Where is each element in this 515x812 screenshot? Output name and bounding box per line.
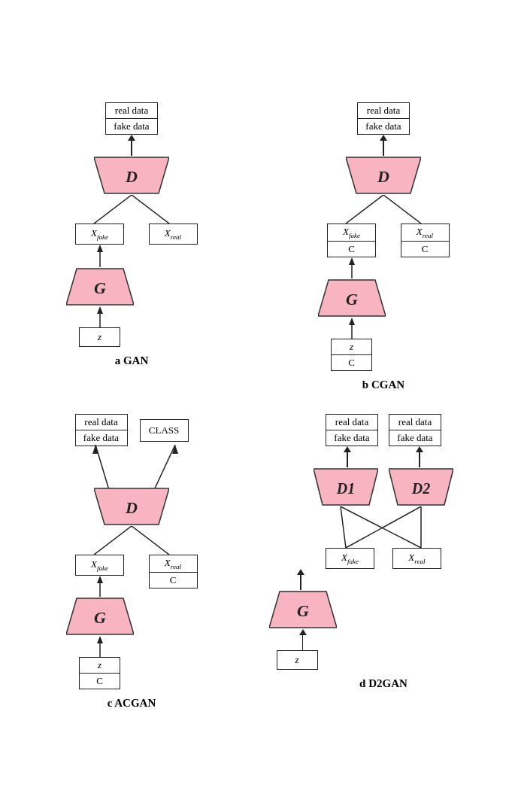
acgan-output-box: real data fake data xyxy=(75,414,128,446)
gan-z-box: z xyxy=(79,327,120,347)
acgan-xreal-c-label: C xyxy=(150,573,197,588)
acgan-xfake-label: Xfake xyxy=(91,558,108,570)
d2gan-z-arrow xyxy=(269,629,337,650)
svg-text:G: G xyxy=(94,278,106,297)
arrow-line xyxy=(302,635,304,650)
gan-branch-section: Xfake G xyxy=(10,195,254,347)
svg-text:D: D xyxy=(125,498,138,517)
cgan-g-trap: G xyxy=(318,278,386,318)
cgan-arrow-d-to-output xyxy=(380,135,387,156)
diagram-acgan: real data fake data CLASS D xyxy=(10,414,254,710)
acgan-label: c ACGAN xyxy=(108,697,156,710)
gan-xfake-label: Xfake xyxy=(91,227,108,239)
svg-text:G: G xyxy=(346,290,358,309)
d2gan-top-arrows xyxy=(317,446,450,467)
cgan-xreal-box: Xreal C xyxy=(401,224,450,257)
svg-marker-10 xyxy=(97,306,103,314)
acgan-fake-data: fake data xyxy=(76,430,127,446)
svg-marker-34 xyxy=(97,636,103,643)
svg-text:D: D xyxy=(377,167,389,186)
gan-xfake-sub: fake xyxy=(97,233,108,241)
acgan-xfake-col: Xfake G z C xyxy=(66,555,134,689)
acgan-zc-box: z C xyxy=(79,657,120,689)
acgan-g-trap: G xyxy=(66,597,134,636)
d2gan-xreal-label: Xreal xyxy=(408,552,425,563)
gan-xreal-box: Xreal xyxy=(149,224,198,245)
d2gan-z-box: z xyxy=(277,650,318,670)
d2gan-real-data1: real data xyxy=(326,415,377,430)
acgan-top-row: real data fake data CLASS xyxy=(75,414,189,446)
d2gan-arrow1-wrap xyxy=(317,446,378,467)
d2gan-arrow-d2-up xyxy=(416,446,423,467)
gan-input-boxes-row: Xfake G xyxy=(66,224,198,347)
acgan-class-box: CLASS xyxy=(140,419,189,442)
gan-xreal-sub: real xyxy=(171,233,181,241)
acgan-xreal-label: Xreal xyxy=(150,555,197,573)
cgan-z-label: z xyxy=(332,339,371,355)
svg-line-27 xyxy=(94,526,132,555)
arrow-line xyxy=(419,452,420,467)
acgan-d-to-outputs-svg xyxy=(41,445,222,490)
cgan-xreal-col: Xreal C xyxy=(401,224,450,371)
d2gan-cross-svg xyxy=(308,506,459,548)
cgan-xfake-arrow xyxy=(347,257,357,278)
d2gan-d2-trap: D2 xyxy=(389,467,453,506)
d2gan-real-data2: real data xyxy=(389,415,441,430)
cgan-xfake-col: Xfake C G z C xyxy=(318,224,386,371)
gan-xfake-col: Xfake G xyxy=(66,224,134,347)
d2gan-fake-data1: fake data xyxy=(326,430,377,446)
d2gan-g-trap: G xyxy=(269,590,337,629)
cgan-xfake-label: Xfake xyxy=(328,224,375,242)
d2gan-xreal-box: Xreal xyxy=(392,548,441,569)
arrowhead xyxy=(128,135,135,141)
cgan-xfake-c-label: C xyxy=(328,242,375,257)
cgan-xreal-c-label: C xyxy=(401,242,449,257)
cgan-label: b CGAN xyxy=(362,379,404,391)
acgan-branch-svg xyxy=(71,526,192,555)
d2gan-input-row: Xfake Xreal xyxy=(326,548,441,569)
main-container: real data fake data D xyxy=(2,87,513,724)
gan-g-trap: G xyxy=(66,267,134,306)
d2gan-z-box-wrap: z xyxy=(262,650,506,670)
gan-d-wrapper: D xyxy=(94,156,169,195)
gan-arrow-d-to-output xyxy=(128,135,135,156)
svg-text:G: G xyxy=(297,601,309,620)
d2gan-g-arrow-wrap xyxy=(262,569,506,590)
arrow-line xyxy=(383,141,384,156)
d2gan-top-row: real data fake data real data fake data xyxy=(326,414,441,446)
cgan-branch-svg xyxy=(323,195,444,224)
svg-line-2 xyxy=(94,195,132,224)
acgan-d-trap: D xyxy=(94,487,169,526)
d2gan-arrow-d1-up xyxy=(344,446,351,467)
arrow-line xyxy=(300,575,301,590)
d2gan-d1-trap: D1 xyxy=(314,467,378,506)
arrow-line xyxy=(347,452,348,467)
cgan-g-arrow xyxy=(347,318,357,339)
d2gan-z-label: z xyxy=(295,654,298,665)
cgan-xfake-box: Xfake C xyxy=(327,224,376,257)
arrowhead xyxy=(299,629,307,635)
arrowhead xyxy=(344,446,351,452)
gan-xreal-label: Xreal xyxy=(165,227,181,239)
d2gan-d-row: D1 D2 xyxy=(314,467,453,506)
gan-xreal-col: Xreal xyxy=(149,224,198,347)
svg-line-14 xyxy=(383,195,421,224)
d2gan-label: d D2GAN xyxy=(359,677,407,690)
d2gan-fake-data2: fake data xyxy=(389,430,441,446)
acgan-real-data: real data xyxy=(76,415,127,430)
acgan-class-label: CLASS xyxy=(149,424,179,436)
cgan-xfake-sub: fake xyxy=(349,232,360,239)
arrowhead xyxy=(380,135,387,141)
d2gan-xfake-box: Xfake xyxy=(326,548,374,569)
acgan-xreal-col: Xreal C xyxy=(149,555,198,689)
cgan-output-box: real data fake data xyxy=(357,102,410,135)
d2gan-output-box2: real data fake data xyxy=(389,414,441,446)
cgan-c-label: C xyxy=(332,355,371,370)
cgan-input-boxes-row: Xfake C G z C xyxy=(318,224,450,371)
cgan-d-trap: D xyxy=(346,156,421,195)
cgan-zc-box: z C xyxy=(331,339,372,371)
d2gan-z-arrow-wrap xyxy=(262,629,506,650)
acgan-c-label: C xyxy=(80,674,120,689)
svg-text:D: D xyxy=(125,167,138,186)
svg-line-22 xyxy=(154,445,175,490)
